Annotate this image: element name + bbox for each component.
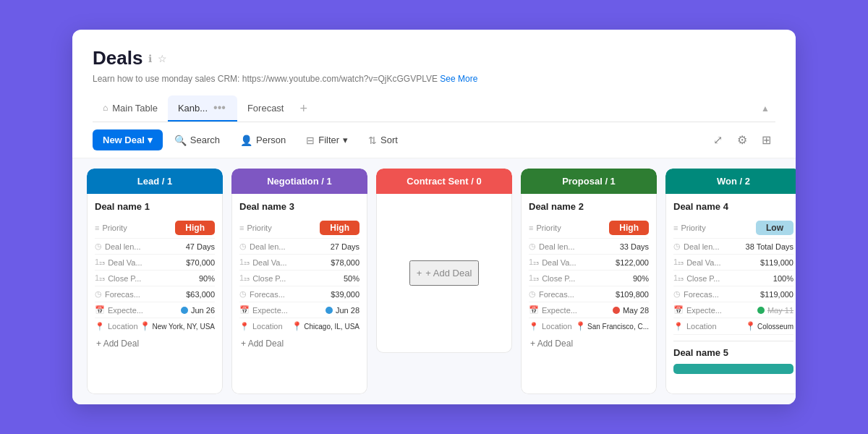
add-deal-button[interactable]: + Add Deal — [95, 334, 140, 350]
clock-icon: ◷ — [239, 242, 247, 251]
location-pin-icon: 📍 — [745, 321, 756, 331]
location-pin-icon: 📍 — [575, 321, 586, 331]
calendar-icon: 📅 — [95, 305, 105, 315]
deal-row: ≡Priority High — [239, 218, 359, 239]
forecast-val: $109,800 — [616, 290, 649, 299]
filter-button[interactable]: ⊟ Filter ▾ — [297, 130, 357, 150]
deal-row: ◷Forecas... $109,800 — [529, 286, 649, 302]
status-dot — [181, 307, 188, 314]
priority-icon: ≡ — [95, 224, 99, 232]
expand-button[interactable]: ⤢ — [709, 130, 727, 150]
deal-name: Deal name 3 — [239, 201, 359, 212]
location-val: Chicago, IL, USA — [304, 323, 359, 331]
deal-name: Deal name 4 — [673, 201, 793, 212]
expected-val: Jun 26 — [191, 306, 215, 315]
header: Deals ℹ ☆ Learn how to use monday sales … — [72, 30, 796, 122]
close-p-val: 100% — [773, 274, 793, 283]
see-more-link[interactable]: See More — [440, 74, 477, 84]
deal-row: ≡Priority High — [529, 218, 649, 239]
add-deal-button-contract[interactable]: + + Add Deal — [409, 260, 480, 286]
col-body-won: Deal name 4 ≡Priority Low ◷Deal len... 3… — [665, 194, 796, 394]
tab-options-icon[interactable]: ••• — [212, 101, 227, 114]
deal-row: 📅Expecte... Jun 26 — [95, 302, 215, 318]
toolbar: New Deal ▾ 🔍 Search 👤 Person ⊟ Filter ▾ … — [72, 122, 796, 158]
deal-row: ◷Deal len... 38 Total Days — [673, 239, 793, 255]
filter-chevron-icon: ▾ — [343, 135, 348, 145]
kanban-col-lead: Lead / 1 Deal name 1 ≡Priority High ◷Dea… — [87, 169, 223, 394]
deal-val-val: $78,000 — [331, 258, 359, 267]
deal-row: ◷Forecas... $119,000 — [673, 286, 793, 302]
star-icon[interactable]: ☆ — [158, 53, 167, 64]
deal-name-5-container: Deal name 5 — [673, 341, 793, 374]
priority-badge: High — [175, 221, 215, 235]
expected-val: May 11 — [767, 306, 793, 315]
tab-kanban[interactable]: Kanb... ••• — [168, 95, 237, 122]
chevron-down-icon: ▾ — [148, 135, 153, 145]
deal-row: 1₂₃Deal Va... $119,000 — [673, 255, 793, 271]
col-body-proposal: Deal name 2 ≡Priority High ◷Deal len... … — [521, 194, 657, 394]
number-icon: 1₂₃ — [673, 258, 684, 267]
clock-icon: ◷ — [673, 242, 681, 251]
deal-row: 📍Location 📍Chicago, IL, USA — [239, 318, 359, 334]
location-row-icon: 📍 — [673, 322, 684, 331]
priority-badge: High — [609, 221, 649, 235]
title-row: Deals ℹ ☆ — [93, 47, 775, 69]
col-header-proposal: Proposal / 1 — [521, 169, 657, 194]
kanban-board: Lead / 1 Deal name 1 ≡Priority High ◷Dea… — [72, 158, 796, 404]
tab-main-table[interactable]: ⌂ Main Table — [93, 97, 168, 121]
add-deal-button[interactable]: + Add Deal — [529, 334, 574, 350]
deal-val-val: $70,000 — [186, 258, 215, 267]
number-icon2: 1₂₃ — [529, 273, 539, 283]
priority-badge: High — [320, 221, 359, 235]
new-deal-button[interactable]: New Deal ▾ — [93, 129, 163, 150]
forecast-val: $63,000 — [186, 290, 215, 299]
deal-row: 1₂₃Deal Va... $122,000 — [529, 255, 649, 271]
deal-row: 1₂₃Close P... 90% — [95, 271, 215, 286]
deal-name: Deal name 2 — [529, 201, 649, 212]
kanban-col-negotiation: Negotiation / 1 Deal name 3 ≡Priority Hi… — [231, 169, 367, 394]
location-row-icon: 📍 — [95, 322, 105, 331]
expected-val: May 28 — [623, 306, 649, 315]
settings-button[interactable]: ⚙ — [733, 130, 752, 150]
deal-len-val: 27 Days — [331, 242, 359, 251]
deal-row: 1₂₃Close P... 90% — [529, 271, 649, 286]
tab-forecast[interactable]: Forecast — [237, 97, 294, 121]
deal-row: 📅Expecte... May 11 — [673, 302, 793, 318]
plus-icon: + — [417, 268, 422, 278]
deal-row: 1₂₃Deal Va... $78,000 — [239, 255, 359, 271]
kanban-col-proposal: Proposal / 1 Deal name 2 ≡Priority High … — [521, 169, 657, 394]
subtitle: Learn how to use monday sales CRM: https… — [93, 74, 775, 84]
add-deal-button[interactable]: + Add Deal — [239, 334, 285, 350]
deal-val-val: $119,000 — [760, 258, 793, 267]
col-body-lead: Deal name 1 ≡Priority High ◷Deal len... … — [87, 194, 223, 394]
close-p-val: 90% — [633, 274, 649, 283]
info-icon[interactable]: ℹ — [148, 53, 152, 64]
deal-row: 📅Expecte... May 28 — [529, 302, 649, 318]
number-icon2: 1₂₃ — [673, 273, 684, 283]
forecast-icon: ◷ — [239, 289, 247, 299]
clock-icon: ◷ — [95, 242, 102, 251]
search-button[interactable]: 🔍 Search — [166, 130, 229, 150]
forecast-val: $119,000 — [760, 290, 793, 299]
deal-val-val: $122,000 — [616, 258, 649, 267]
deal-row: ≡Priority Low — [673, 218, 793, 239]
deal-row: ◷Forecas... $63,000 — [95, 286, 215, 302]
collapse-tabs-button[interactable]: ▲ — [755, 101, 775, 116]
location-pin-icon: 📍 — [292, 321, 302, 331]
add-tab-button[interactable]: + — [294, 98, 313, 119]
sort-button[interactable]: ⇅ Sort — [359, 130, 407, 150]
number-icon: 1₂₃ — [95, 258, 105, 267]
deal-len-val: 38 Total Days — [746, 242, 793, 251]
apps-button[interactable]: ⊞ — [757, 130, 775, 150]
deal-row: 1₂₃Close P... 50% — [239, 271, 359, 286]
forecast-icon: ◷ — [529, 289, 536, 299]
close-p-val: 90% — [199, 274, 215, 283]
priority-badge: Low — [756, 221, 793, 235]
col-body-negotiation: Deal name 3 ≡Priority High ◷Deal len... … — [231, 194, 367, 394]
person-button[interactable]: 👤 Person — [231, 130, 294, 150]
toolbar-right: ⤢ ⚙ ⊞ — [709, 130, 775, 150]
location-val: New York, NY, USA — [152, 323, 215, 331]
col-header-negotiation: Negotiation / 1 — [231, 169, 367, 194]
number-icon2: 1₂₃ — [239, 273, 250, 283]
col-header-contract: Contract Sent / 0 — [376, 169, 512, 194]
